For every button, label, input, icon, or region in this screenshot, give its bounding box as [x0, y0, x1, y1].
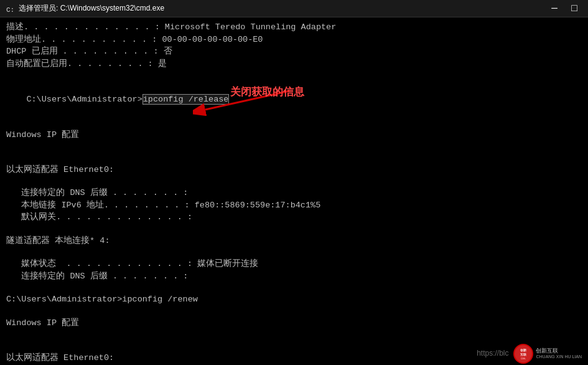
svg-text:C:: C:	[6, 6, 14, 14]
cmd-line-14: 本地链接 IPv6 地址. . . . . . . . : fe80::5869…	[6, 199, 582, 212]
cmd-line-2: 物理地址. . . . . . . . . . . : 00-00-00-00-…	[6, 34, 582, 46]
watermark: https://blc 创新 互联 CXHL 创新互联 CHUANG XIN H…	[477, 344, 582, 364]
cmd-line-3: DHCP 已启用 . . . . . . . . . : 否	[6, 45, 582, 58]
empty-4	[6, 153, 582, 164]
titlebar-title: 选择管理员: C:\Windows\system32\cmd.exe	[19, 3, 164, 14]
cmd-icon: C:	[5, 4, 15, 14]
watermark-logo: 创新 互联 CXHL 创新互联 CHUANG XIN HU LIAN	[513, 344, 582, 364]
highlighted-command: ipconfig /release	[142, 94, 230, 105]
cmd-line-11: 以太网适配器 Ethernet0:	[6, 164, 582, 176]
watermark-url: https://blc	[477, 348, 508, 359]
cmd-line-1: 描述. . . . . . . . . . . . . : Microsoft …	[6, 21, 582, 34]
cmd-line-19: 媒体状态 . . . . . . . . . . . . : 媒体已断开连接	[6, 258, 582, 270]
titlebar-controls: ─ □	[546, 2, 583, 16]
cmd-line-15: 默认网关. . . . . . . . . . . . . :	[6, 211, 582, 224]
cmd-line-24: Windows IP 配置	[6, 317, 582, 329]
logo-icon: 创新 互联 CXHL	[513, 344, 533, 364]
svg-text:创新: 创新	[520, 348, 526, 352]
empty-5	[6, 176, 582, 187]
svg-text:CXHL: CXHL	[521, 358, 526, 360]
minimize-button[interactable]: ─	[546, 2, 563, 16]
empty-7	[6, 247, 582, 258]
cmd-prompt-line: C:\Users\Administrator>ipconfig /release	[6, 81, 582, 118]
logo-text: 创新互联 CHUANG XIN HU LIAN	[536, 348, 582, 359]
cmd-content-area: 描述. . . . . . . . . . . . . : Microsoft …	[0, 17, 588, 365]
empty-2	[6, 118, 582, 129]
prompt-prefix: C:\Users\Administrator>	[26, 95, 142, 104]
empty-6	[6, 224, 582, 235]
empty-8	[6, 282, 582, 293]
empty-3	[6, 141, 582, 153]
cmd-line-17: 隧道适配器 本地连接* 4:	[6, 235, 582, 247]
empty-10	[6, 329, 582, 341]
cmd-line-13: 连接特定的 DNS 后缀 . . . . . . . :	[6, 187, 582, 199]
titlebar-left: C: 选择管理员: C:\Windows\system32\cmd.exe	[5, 3, 164, 14]
cmd-line-22: C:\Users\Administrator>ipconfig /renew	[6, 293, 582, 306]
empty-9	[6, 306, 582, 317]
svg-text:互联: 互联	[520, 353, 527, 356]
cmd-line-4: 自动配置已启用. . . . . . . . : 是	[6, 58, 582, 70]
cmd-line-20: 连接特定的 DNS 后缀 . . . . . . . :	[6, 270, 582, 283]
empty-1	[6, 70, 582, 81]
titlebar: C: 选择管理员: C:\Windows\system32\cmd.exe ─ …	[0, 0, 588, 17]
cmd-line-8: Windows IP 配置	[6, 129, 582, 141]
maximize-button[interactable]: □	[566, 2, 583, 16]
